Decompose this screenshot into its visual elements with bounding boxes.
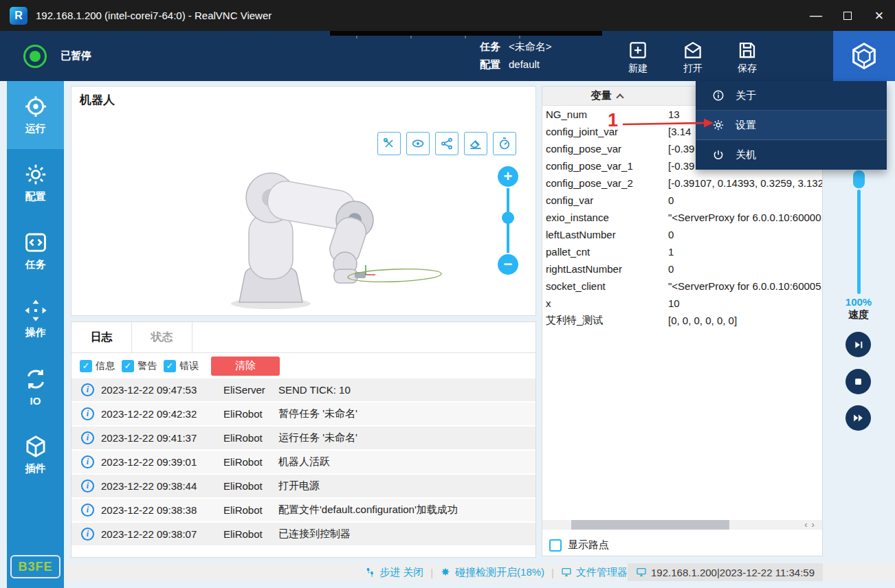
app-toolbar: 已暂停 任务<未命名> 配置default 新建 打开 保存 (0, 31, 895, 81)
show-waypoints-row: 显示路点 (549, 539, 609, 552)
variable-value: 0 (668, 229, 822, 240)
sidebar-item-task[interactable]: 任务 (7, 217, 64, 285)
variable-value: "<ServerProxy for 6.0.0.10:60005, (668, 280, 822, 292)
close-button[interactable]: × (863, 0, 895, 31)
sidebar-item-config[interactable]: 配置 (7, 149, 64, 217)
filter-error-label: 错误 (179, 360, 199, 372)
timer-button[interactable] (493, 132, 516, 155)
robot-power-status-icon[interactable] (23, 45, 47, 68)
variables-collapse-header[interactable]: 变量 (542, 87, 671, 105)
new-task-button[interactable]: 新建 (614, 36, 662, 78)
stop-button[interactable] (846, 369, 871, 394)
separator: | (551, 567, 554, 578)
variable-name: leftLastNumber (542, 229, 668, 240)
vnc-collapsed-toolbar[interactable] (330, 31, 602, 36)
log-filter-row: ✓ 信息 ✓ 警告 ✓ 错误 清除 (71, 353, 535, 378)
minimize-button[interactable]: — (800, 0, 832, 31)
variable-row: leftLastNumber0 (542, 226, 822, 243)
window-titlebar: R 192.168.1.200 (intel-corei7-64:0) - Re… (0, 0, 895, 31)
sidebar-item-label: 操作 (25, 326, 46, 339)
variable-value: 0 (668, 194, 822, 206)
speed-slider-track[interactable] (857, 190, 861, 294)
log-time: 2023-12-22 09:38:38 (101, 504, 223, 516)
sidebar-item-label: 插件 (25, 462, 46, 475)
log-row: i 2023-12-22 09:42:32 EliRobot 暂停任务 '未命名… (71, 403, 535, 427)
log-source: EliServer (223, 384, 278, 396)
save-task-button[interactable]: 保存 (723, 36, 771, 78)
brand-menu-button[interactable] (833, 31, 895, 81)
scrollbar-thumb[interactable] (571, 520, 729, 530)
log-time: 2023-12-22 09:38:44 (101, 480, 223, 492)
check-icon: ✓ (124, 361, 132, 371)
log-time: 2023-12-22 09:42:32 (101, 408, 223, 420)
variable-name: config_pose_var_2 (542, 177, 668, 189)
open-file-icon (683, 40, 703, 60)
clear-log-button[interactable]: 清除 (211, 357, 280, 376)
log-time: 2023-12-22 09:47:53 (101, 384, 223, 396)
zoom-in-button[interactable]: + (498, 166, 518, 187)
log-row: i 2023-12-22 09:38:44 EliRobot 打开电源 (71, 475, 535, 499)
variable-name: config_pose_var_1 (542, 160, 668, 172)
variable-name: config_pose_var (542, 143, 668, 155)
menu-item-shutdown[interactable]: 关机 (696, 140, 887, 170)
log-tabs: 日志 状态 (71, 322, 535, 353)
filter-info-label: 信息 (96, 360, 115, 372)
sidebar-item-run[interactable]: 运行 (7, 81, 64, 149)
step-next-button[interactable] (846, 332, 871, 357)
variable-name: pallet_cnt (542, 246, 668, 258)
scroll-left-button[interactable]: ‹ (804, 521, 807, 529)
log-message: 运行任务 '未命名' (278, 431, 535, 444)
step-mode-toggle[interactable]: 步进 关闭 (364, 566, 423, 579)
save-task-label: 保存 (738, 63, 757, 75)
menu-item-settings[interactable]: 设置 (696, 111, 887, 140)
info-icon: i (81, 407, 94, 420)
sidebar-item-operate[interactable]: 操作 (7, 285, 64, 353)
filter-warning-label: 警告 (137, 360, 157, 372)
tab-status[interactable]: 状态 (132, 322, 192, 352)
menu-about-label: 关于 (736, 89, 756, 102)
fast-forward-icon (852, 412, 864, 424)
show-waypoints-checkbox[interactable] (549, 539, 562, 552)
speed-slider-handle[interactable] (853, 170, 865, 188)
log-source: EliRobot (223, 528, 278, 540)
menu-item-about[interactable]: 关于 (696, 81, 887, 111)
scrollbar-arrows: ‹ › (797, 520, 822, 530)
code-task-icon (24, 231, 47, 254)
variable-name: NG_num (542, 109, 668, 120)
open-task-button[interactable]: 打开 (669, 36, 717, 78)
monitor-icon (636, 567, 647, 578)
sidebar-item-io[interactable]: IO (7, 353, 64, 421)
log-source: EliRobot (223, 408, 278, 420)
file-manager-button[interactable]: 文件管理器 (561, 566, 628, 579)
task-label: 任务 (480, 41, 500, 52)
address-time-label: 192.168.1.200|2023-12-22 11:34:59 (651, 567, 815, 578)
check-icon: ✓ (82, 361, 90, 371)
zoom-out-button[interactable]: − (498, 254, 518, 275)
scroll-right-button[interactable]: › (812, 521, 815, 529)
robot-panel-title: 机器人 (80, 92, 115, 108)
config-value: default (509, 58, 540, 70)
zoom-slider-handle[interactable] (502, 212, 514, 224)
collision-detection-toggle[interactable]: 碰撞检测开启(18%) (440, 566, 544, 579)
maximize-button[interactable] (832, 0, 863, 31)
task-value: <未命名> (509, 41, 552, 52)
filter-warning-checkbox[interactable]: ✓ (122, 360, 134, 372)
fast-forward-button[interactable] (846, 405, 871, 431)
tab-log[interactable]: 日志 (71, 322, 132, 352)
file-manager-icon (561, 567, 572, 578)
run-target-icon (24, 95, 47, 118)
robot-arm-render (168, 147, 463, 312)
filter-info-checkbox[interactable]: ✓ (80, 360, 92, 372)
speed-label: 速度 (839, 308, 879, 321)
filter-error-checkbox[interactable]: ✓ (164, 360, 176, 372)
horizontal-scrollbar[interactable] (542, 520, 797, 530)
erase-button[interactable] (464, 132, 487, 155)
open-task-label: 打开 (683, 63, 703, 75)
play-to-next-icon (853, 339, 864, 350)
robot-3d-viewport[interactable] (168, 147, 463, 314)
sidebar-item-plugin[interactable]: 插件 (7, 421, 64, 489)
variable-name: exio_instance (542, 212, 668, 223)
main-nav-sidebar: 运行 配置 任务 操作 IO 插件 B3FE (7, 81, 64, 588)
gear-icon (24, 163, 47, 186)
log-message: SEND TICK: 10 (278, 384, 535, 396)
